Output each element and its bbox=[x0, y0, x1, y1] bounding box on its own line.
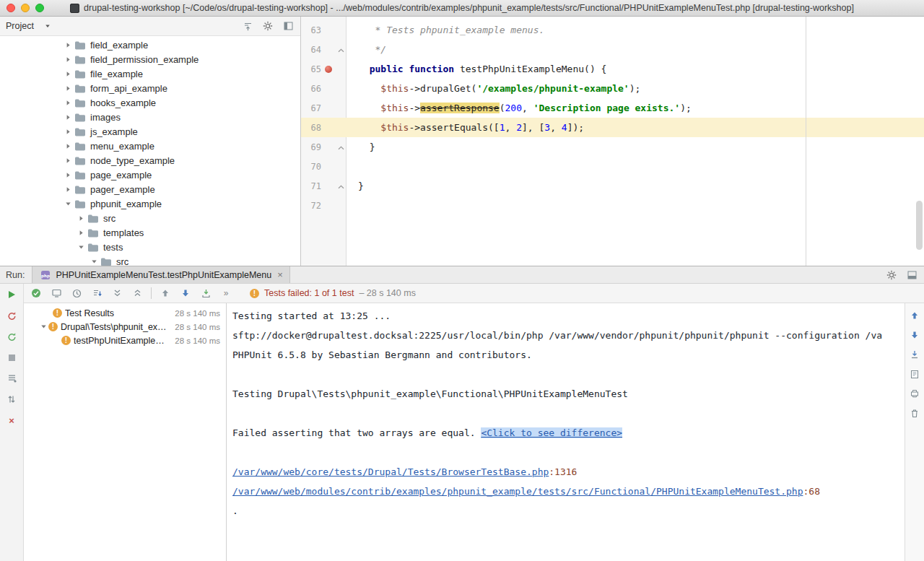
run-tabbar-actions bbox=[878, 269, 924, 282]
tree-item-src[interactable]: src bbox=[0, 254, 300, 266]
project-tool-button[interactable]: Project bbox=[6, 21, 34, 31]
test-history-button[interactable] bbox=[5, 372, 18, 385]
fold-region-icon[interactable] bbox=[338, 44, 344, 55]
tree-item-field_example[interactable]: field_example bbox=[0, 38, 300, 52]
chevron-down-icon[interactable] bbox=[41, 19, 54, 32]
console-link[interactable]: /var/www/web/modules/contrib/examples/ph… bbox=[232, 486, 803, 497]
chevron-down-icon[interactable] bbox=[64, 199, 72, 208]
editor-scrollbar-thumb[interactable] bbox=[916, 201, 923, 250]
close-window-button[interactable] bbox=[6, 4, 15, 12]
collapse-all-icon[interactable] bbox=[241, 19, 254, 32]
settings-gear-icon[interactable] bbox=[261, 19, 274, 32]
hide-passed-button[interactable] bbox=[30, 287, 43, 300]
tree-item-file_example[interactable]: file_example bbox=[0, 66, 300, 81]
previous-failed-test-button[interactable] bbox=[159, 287, 172, 300]
code-line-69[interactable]: 69 } bbox=[301, 137, 924, 157]
tree-item-pager_example[interactable]: pager_example bbox=[0, 182, 300, 196]
collapse-all-button[interactable] bbox=[131, 287, 144, 300]
hide-panel-icon[interactable] bbox=[282, 19, 295, 32]
tree-item-hooks_example[interactable]: hooks_example bbox=[0, 95, 300, 110]
next-failed-test-button[interactable] bbox=[179, 287, 192, 300]
more-actions-icon[interactable]: » bbox=[219, 287, 232, 300]
tree-item-form_api_example[interactable]: form_api_example bbox=[0, 81, 300, 95]
code-line-70[interactable]: 70 bbox=[301, 157, 924, 176]
stop-button[interactable] bbox=[5, 351, 18, 364]
tree-item-phpunit_example[interactable]: phpunit_example bbox=[0, 196, 300, 211]
folder-icon bbox=[74, 55, 86, 64]
import-test-results-button[interactable] bbox=[199, 287, 212, 300]
rerun-button[interactable] bbox=[5, 288, 18, 301]
chevron-right-icon[interactable] bbox=[77, 228, 85, 237]
chevron-down-icon[interactable] bbox=[77, 243, 85, 251]
tree-item-templates[interactable]: templates bbox=[0, 225, 300, 240]
sort-alphabetically-button[interactable] bbox=[90, 287, 103, 300]
sort-by-duration-button[interactable] bbox=[70, 287, 83, 300]
line-number: 69 bbox=[301, 142, 321, 152]
rerun-failed-tests-button[interactable] bbox=[5, 309, 18, 322]
chevron-right-icon[interactable] bbox=[77, 214, 85, 222]
open-results-in-editor-button[interactable] bbox=[908, 368, 921, 380]
toggle-auto-test-button[interactable] bbox=[5, 330, 18, 343]
fold-region-icon[interactable] bbox=[338, 142, 344, 152]
chevron-right-icon[interactable] bbox=[64, 170, 72, 179]
scroll-to-end-button[interactable] bbox=[908, 348, 921, 361]
minimize-window-button[interactable] bbox=[21, 4, 30, 12]
run-tab[interactable]: php PHPUnitExampleMenuTest.testPhpUnitEx… bbox=[32, 266, 289, 283]
chevron-right-icon[interactable] bbox=[64, 156, 72, 165]
tree-item-tests[interactable]: tests bbox=[0, 240, 300, 254]
hide-panel-icon[interactable] bbox=[905, 269, 918, 282]
code-line-68[interactable]: 68 $this->assertEquals([1, 2], [3, 4]); bbox=[301, 118, 924, 137]
tree-item-images[interactable]: images bbox=[0, 110, 300, 124]
folder-icon bbox=[74, 69, 86, 79]
test-warning-icon: ! bbox=[48, 322, 58, 331]
test-tree-row[interactable]: !Test Results28 s 140 ms bbox=[24, 306, 226, 320]
chevron-right-icon[interactable] bbox=[64, 98, 72, 107]
editor[interactable]: 63 * Tests phpunit_example menus.64 */65… bbox=[301, 17, 924, 266]
chevron-right-icon[interactable] bbox=[64, 84, 72, 92]
chevron-right-icon[interactable] bbox=[64, 142, 72, 150]
test-failed-gutter-icon[interactable] bbox=[325, 66, 332, 73]
close-tab-icon[interactable]: × bbox=[277, 269, 283, 280]
tree-item-menu_example[interactable]: menu_example bbox=[0, 139, 300, 153]
chevron-right-icon[interactable] bbox=[64, 69, 72, 78]
test-status: ! Tests failed: 1 of 1 test – 28 s 140 m… bbox=[250, 288, 416, 298]
down-the-stacktrace-button[interactable] bbox=[908, 329, 921, 342]
show-console-output-button[interactable] bbox=[50, 287, 63, 300]
tree-item-field_permission_example[interactable]: field_permission_example bbox=[0, 52, 300, 66]
console-link[interactable]: <Click to see difference> bbox=[481, 427, 622, 438]
code-line-71[interactable]: 71} bbox=[301, 176, 924, 196]
chevron-right-icon[interactable] bbox=[64, 113, 72, 121]
expand-all-button[interactable] bbox=[110, 287, 123, 300]
chevron-right-icon[interactable] bbox=[64, 55, 72, 64]
code-line-72[interactable]: 72 bbox=[301, 196, 924, 215]
code-line-64[interactable]: 64 */ bbox=[301, 40, 924, 59]
code-line-65[interactable]: 65 public function testPhpUnitExampleMen… bbox=[301, 59, 924, 79]
close-button[interactable]: × bbox=[5, 414, 18, 427]
test-tree-row[interactable]: !testPhpUnitExampleMenu28 s 140 ms bbox=[24, 334, 226, 347]
tree-item-node_type_example[interactable]: node_type_example bbox=[0, 153, 300, 168]
code-line-66[interactable]: 66 $this->drupalGet('/examples/phpunit-e… bbox=[301, 79, 924, 98]
up-the-stacktrace-button[interactable] bbox=[908, 309, 921, 322]
chevron-right-icon[interactable] bbox=[64, 185, 72, 193]
chevron-down-icon[interactable] bbox=[90, 257, 98, 266]
chevron-down-icon[interactable] bbox=[38, 323, 48, 330]
test-tree-row[interactable]: !Drupal\Tests\phpunit_example28 s 140 ms bbox=[24, 320, 226, 334]
code-line-63[interactable]: 63 * Tests phpunit_example menus. bbox=[301, 20, 924, 40]
run-console[interactable]: Testing started at 13:25 ...sftp://docke… bbox=[227, 303, 905, 561]
console-link[interactable]: /var/www/web/core/tests/Drupal/Tests/Bro… bbox=[232, 466, 549, 477]
clear-console-button[interactable] bbox=[908, 406, 921, 419]
restore-layout-button[interactable] bbox=[5, 393, 18, 406]
print-console-button[interactable] bbox=[908, 387, 921, 400]
zoom-window-button[interactable] bbox=[35, 4, 44, 12]
tree-item-src[interactable]: src bbox=[0, 211, 300, 225]
code-line-67[interactable]: 67 $this->assertResponse(200, 'Descripti… bbox=[301, 98, 924, 118]
chevron-right-icon[interactable] bbox=[64, 40, 72, 49]
fold-region-icon[interactable] bbox=[338, 181, 344, 191]
titlebar[interactable]: drupal-testing-workshop [~/Code/os/drupa… bbox=[0, 0, 924, 17]
tree-item-page_example[interactable]: page_example bbox=[0, 168, 300, 182]
settings-gear-icon[interactable] bbox=[885, 269, 898, 282]
chevron-right-icon[interactable] bbox=[64, 127, 72, 136]
console-line: PHPUnit 6.5.8 by Sebastian Bergmann and … bbox=[232, 345, 905, 365]
folder-icon bbox=[74, 98, 86, 108]
tree-item-js_example[interactable]: js_example bbox=[0, 124, 300, 139]
